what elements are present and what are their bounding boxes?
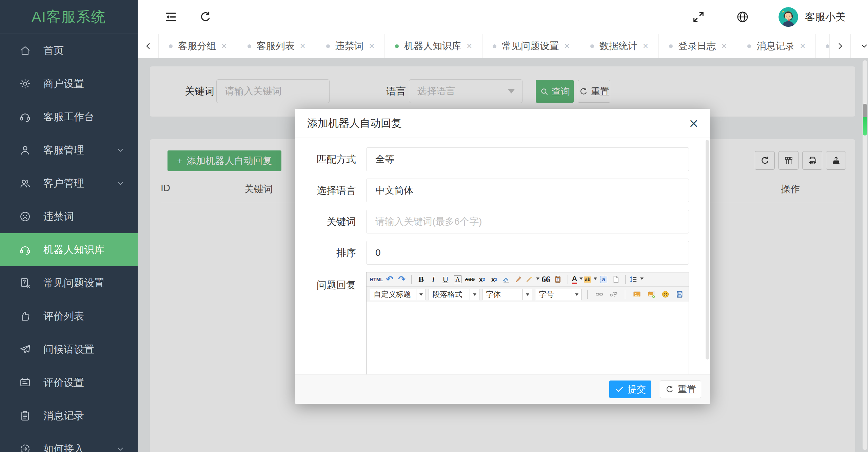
tab-label: 违禁词 xyxy=(335,40,364,53)
tabs-bar: 客服分组× 客服列表× 违禁词× 机器人知识库× 常见问题设置× 数据统计× 登… xyxy=(138,34,868,58)
underline-icon[interactable]: U xyxy=(440,274,451,285)
new-document-icon[interactable] xyxy=(610,274,622,285)
dropdown-arrow-icon xyxy=(594,278,597,282)
sidebar-item-home[interactable]: 首页 xyxy=(0,34,138,67)
modal-reset-button[interactable]: 重置 xyxy=(660,381,701,398)
fullscreen-icon[interactable] xyxy=(692,10,705,24)
close-icon[interactable]: × xyxy=(300,42,305,51)
sidebar-item-customer-management[interactable]: 客户管理 xyxy=(0,167,138,200)
redo-icon[interactable]: ↷ xyxy=(396,274,408,285)
remove-format-icon[interactable] xyxy=(501,274,512,285)
format-painter-icon[interactable] xyxy=(513,274,525,285)
tab-label: 数据统计 xyxy=(599,40,637,53)
sort-input[interactable] xyxy=(366,241,689,265)
tab-robot-knowledge-base[interactable]: 机器人知识库× xyxy=(385,34,482,58)
tab-login-logs[interactable]: 登录日志× xyxy=(659,34,737,58)
dropdown-arrow-icon xyxy=(522,289,532,300)
sidebar-item-label: 评价列表 xyxy=(43,309,84,323)
editor-content-area[interactable] xyxy=(367,302,689,374)
sidebar-item-how-to-integrate[interactable]: 如何接入 xyxy=(0,432,138,452)
insert-multi-image-icon[interactable] xyxy=(645,289,657,300)
modal-scrollbar-thumb[interactable] xyxy=(706,140,709,359)
highlight-color-icon[interactable]: ab xyxy=(584,274,597,285)
sidebar-item-robot-knowledge-base[interactable]: 机器人知识库 xyxy=(0,233,138,266)
close-icon[interactable]: × xyxy=(467,42,472,51)
anchor-icon[interactable]: a xyxy=(598,274,609,285)
sidebar-item-label: 评价设置 xyxy=(43,376,84,390)
tab-dot xyxy=(248,44,251,48)
toolbar-separator xyxy=(587,290,588,299)
close-icon[interactable]: × xyxy=(800,42,805,51)
page-scrollbar-track[interactable] xyxy=(863,60,867,450)
link-icon[interactable] xyxy=(593,289,605,300)
tab-forbidden-words[interactable]: 违禁词× xyxy=(316,34,385,58)
emoji-icon[interactable] xyxy=(659,289,671,300)
line-height-icon[interactable] xyxy=(629,274,644,285)
paragraph-format-select[interactable]: 段落格式 xyxy=(429,289,479,300)
tab-data-statistics[interactable]: 数据统计× xyxy=(580,34,659,58)
submit-label: 提交 xyxy=(628,383,646,395)
sidebar-item-review-list[interactable]: 评价列表 xyxy=(0,300,138,333)
tab-dot xyxy=(826,44,829,48)
collapse-sidebar-icon[interactable] xyxy=(164,10,178,24)
font-family-select[interactable]: 字体 xyxy=(482,289,532,300)
keyword-input[interactable] xyxy=(366,210,689,233)
close-icon[interactable]: × xyxy=(643,42,648,51)
tabs-menu-chevron-icon[interactable] xyxy=(850,34,868,58)
strikethrough-icon[interactable]: ABC xyxy=(464,274,476,285)
close-icon[interactable]: × xyxy=(369,42,375,51)
dropdown-arrow-icon xyxy=(579,278,583,282)
tab-partial[interactable] xyxy=(816,34,829,58)
auto-typeset-icon[interactable] xyxy=(525,274,539,285)
blockquote-icon[interactable]: 66 xyxy=(540,274,552,285)
tab-label: 客服分组 xyxy=(178,40,216,53)
tab-dot xyxy=(395,44,399,48)
tabs-scroll-left-icon[interactable] xyxy=(138,34,159,58)
tab-message-records[interactable]: 消息记录× xyxy=(737,34,816,58)
page-scrollbar-thumb[interactable] xyxy=(863,104,867,136)
sidebar-item-workbench[interactable]: 客服工作台 xyxy=(0,100,138,133)
modal-close-icon[interactable]: × xyxy=(689,116,698,131)
tab-label: 机器人知识库 xyxy=(404,40,461,53)
tab-agent-groups[interactable]: 客服分组× xyxy=(159,34,237,58)
custom-title-select[interactable]: 自定义标题 xyxy=(370,289,426,300)
close-icon[interactable]: × xyxy=(722,42,727,51)
font-size-select[interactable]: 字号 xyxy=(535,289,581,300)
insert-video-icon[interactable] xyxy=(674,289,685,300)
avatar[interactable] xyxy=(778,7,798,27)
subscript-icon[interactable]: x2 xyxy=(489,274,500,285)
sidebar-item-agent-management[interactable]: 客服管理 xyxy=(0,133,138,167)
superscript-icon[interactable]: x2 xyxy=(476,274,488,285)
undo-icon[interactable]: ↶ xyxy=(384,274,395,285)
tab-faq-settings[interactable]: 常见问题设置× xyxy=(482,34,580,58)
toolbar-separator xyxy=(568,275,568,284)
language-select[interactable]: 中文简体 xyxy=(366,179,689,202)
match-mode-select[interactable]: 全等 xyxy=(366,147,689,171)
gear-icon xyxy=(19,78,31,90)
sidebar-item-forbidden-words[interactable]: 违禁词 xyxy=(0,200,138,233)
tab-agent-list[interactable]: 客服列表× xyxy=(237,34,316,58)
refresh-icon[interactable] xyxy=(199,10,212,24)
app-logo: AI客服系统 xyxy=(0,0,138,34)
sidebar-item-greeting-settings[interactable]: 问候语设置 xyxy=(0,333,138,366)
user-name[interactable]: 客服小美 xyxy=(805,10,846,24)
text-border-icon[interactable]: A xyxy=(452,274,463,285)
close-icon[interactable]: × xyxy=(564,42,570,51)
tabs-scroll-right-icon[interactable] xyxy=(829,34,850,58)
font-color-icon[interactable]: A xyxy=(572,274,583,285)
globe-icon[interactable] xyxy=(736,10,749,24)
bold-icon[interactable]: B xyxy=(415,274,427,285)
close-icon[interactable]: × xyxy=(221,42,227,51)
sidebar-item-merchant-settings[interactable]: 商户设置 xyxy=(0,67,138,100)
sidebar-item-faq-settings[interactable]: 常见问题设置 xyxy=(0,266,138,300)
italic-icon[interactable]: I xyxy=(428,274,439,285)
sidebar-item-label: 常见问题设置 xyxy=(43,276,104,290)
users-icon xyxy=(19,177,31,189)
unlink-icon[interactable] xyxy=(608,289,619,300)
sidebar-item-message-records[interactable]: 消息记录 xyxy=(0,399,138,432)
source-code-icon[interactable]: HTML xyxy=(370,274,383,285)
submit-button[interactable]: 提交 xyxy=(609,381,651,398)
sidebar-item-review-settings[interactable]: 评价设置 xyxy=(0,366,138,399)
paste-plain-icon[interactable]: T xyxy=(552,274,564,285)
insert-image-icon[interactable] xyxy=(631,289,643,300)
